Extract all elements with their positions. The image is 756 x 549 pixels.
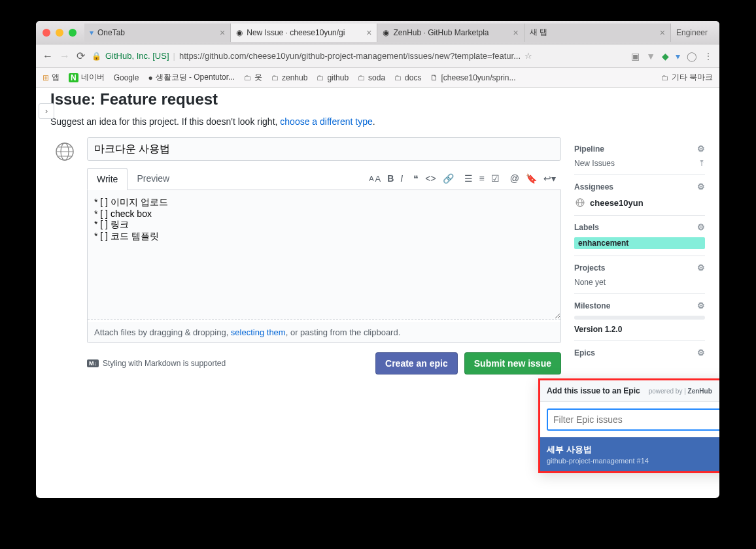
pipeline-value: New Issues: [574, 159, 615, 168]
epic-item-subtitle: github-project-management #14: [547, 457, 719, 465]
bookmark-link[interactable]: 🗋[cheese10yun/sprin...: [430, 73, 515, 82]
mention-icon[interactable]: @: [510, 173, 519, 184]
epic-list-item[interactable]: 세부 사용법 github-project-management #14: [540, 437, 719, 471]
gear-icon[interactable]: ⚙: [697, 348, 705, 358]
projects-value: None yet: [574, 278, 705, 287]
choose-type-link[interactable]: choose a different type: [280, 116, 372, 127]
gear-icon[interactable]: ⚙: [697, 182, 705, 191]
gear-icon[interactable]: ⚙: [697, 144, 705, 154]
browser-profile[interactable]: Engineer: [671, 28, 713, 37]
assignees-title[interactable]: Assignees: [574, 182, 613, 191]
select-files-link[interactable]: selecting them: [231, 327, 286, 337]
other-bookmarks[interactable]: 🗀기타 북마크: [661, 72, 713, 83]
epic-powered-by: powered by | ZenHub: [649, 388, 712, 395]
code-icon[interactable]: <>: [425, 173, 436, 184]
minimize-window-button[interactable]: [56, 29, 63, 37]
toggle-sidebar-button[interactable]: ›: [39, 103, 54, 119]
page-subtitle: Suggest an idea for this project. If thi…: [50, 116, 705, 127]
bold-icon[interactable]: B: [387, 173, 394, 184]
github-icon: ◉: [383, 28, 389, 37]
close-tab-icon[interactable]: ×: [513, 27, 519, 38]
editor-toolbar: AA B I ❝ <> 🔗 ☰ ≡: [179, 173, 561, 184]
issue-body-textarea[interactable]: * [ ] 이미지 업로드 * [ ] check box * [ ] 링크 *…: [88, 190, 560, 320]
user-avatar: [50, 137, 79, 166]
bookmark-folder[interactable]: 🗀soda: [358, 73, 385, 82]
epic-filter-input[interactable]: [547, 408, 719, 431]
pipeline-move-icon[interactable]: ⤒: [698, 159, 705, 168]
close-tab-icon[interactable]: ×: [366, 27, 371, 38]
link-icon[interactable]: 🔗: [443, 173, 454, 184]
gear-icon[interactable]: ⚙: [697, 301, 705, 310]
bookmark-star-icon[interactable]: ☆: [524, 51, 532, 61]
apps-bookmark[interactable]: ⊞앱: [43, 72, 60, 83]
close-tab-icon[interactable]: ×: [220, 27, 225, 38]
attach-hint: Attach files by dragging & dropping, sel…: [88, 322, 560, 342]
labels-title[interactable]: Labels: [574, 223, 599, 232]
write-tab[interactable]: Write: [87, 168, 128, 190]
reference-icon[interactable]: 🔖: [526, 173, 537, 184]
assignee-item[interactable]: cheese10yun: [574, 197, 705, 208]
label-badge[interactable]: enhancement: [574, 237, 705, 249]
browser-tab[interactable]: 새 탭 ×: [524, 24, 671, 42]
extension-icon[interactable]: ▾: [676, 51, 680, 61]
extension-icon[interactable]: ▼: [646, 51, 655, 61]
pipeline-title[interactable]: Pipeline: [574, 144, 604, 154]
address-box[interactable]: 🔒 GitHub, Inc. [US] | https://github.com…: [92, 51, 625, 61]
create-epic-button[interactable]: Create an epic: [375, 352, 458, 374]
url-text: https://github.com/cheese10yun/github-pr…: [179, 51, 521, 61]
bookmark-folder[interactable]: 🗀zenhub: [271, 73, 307, 82]
close-tab-icon[interactable]: ×: [660, 27, 665, 38]
gear-icon[interactable]: ⚙: [697, 263, 705, 273]
secure-badge: GitHub, Inc. [US]: [105, 51, 169, 61]
bookmarks-bar: ⊞앱 N네이버 Google ●생활코딩 - Opentutor... 🗀옷 🗀…: [36, 68, 719, 88]
avatar-icon: [574, 197, 586, 208]
ul-icon[interactable]: ☰: [464, 173, 473, 184]
submit-issue-button[interactable]: Submit new issue: [464, 352, 561, 374]
bookmark-folder[interactable]: 🗀docs: [394, 73, 421, 82]
menu-icon[interactable]: ⋮: [704, 51, 713, 61]
markdown-icon: M↓: [87, 359, 99, 367]
bookmark-link[interactable]: N네이버: [69, 72, 105, 83]
milestone-value[interactable]: Version 1.2.0: [574, 325, 705, 334]
window-titlebar: ▾ OneTab × ◉ New Issue · cheese10yun/gi …: [36, 21, 719, 44]
extension-icon[interactable]: ▣: [631, 51, 640, 61]
reply-icon[interactable]: ↩▾: [543, 173, 556, 184]
quote-icon[interactable]: ❝: [413, 173, 419, 184]
ol-icon[interactable]: ≡: [479, 173, 485, 184]
milestone-title[interactable]: Milestone: [574, 301, 610, 310]
reload-button[interactable]: ⟳: [77, 50, 85, 62]
page-title: Issue: Feature request: [50, 90, 705, 108]
preview-tab[interactable]: Preview: [128, 168, 179, 190]
browser-tab[interactable]: ▾ OneTab ×: [84, 24, 231, 42]
url-bar: ← → ⟳ 🔒 GitHub, Inc. [US] | https://gith…: [36, 44, 719, 68]
tab-title: OneTab: [97, 28, 216, 37]
maximize-window-button[interactable]: [69, 29, 77, 37]
tab-title: 새 탭: [530, 27, 656, 38]
gear-icon[interactable]: ⚙: [697, 222, 705, 232]
bookmark-link[interactable]: Google: [114, 73, 139, 82]
bookmark-folder[interactable]: 🗀옷: [244, 72, 262, 83]
milestone-progress: [574, 316, 705, 320]
onetab-icon: ▾: [90, 28, 94, 37]
extension-icon[interactable]: ◯: [687, 51, 697, 61]
epic-item-title: 세부 사용법: [547, 444, 719, 456]
italic-icon[interactable]: I: [400, 173, 403, 184]
forward-button[interactable]: →: [60, 50, 70, 62]
back-button[interactable]: ←: [43, 50, 53, 62]
epics-title[interactable]: Epics: [574, 348, 595, 358]
browser-tab[interactable]: ◉ ZenHub · GitHub Marketpla ×: [377, 24, 524, 42]
heading-icon[interactable]: A: [375, 174, 381, 184]
issue-title-input[interactable]: [87, 137, 561, 161]
projects-title[interactable]: Projects: [574, 263, 605, 273]
heading-icon[interactable]: A: [369, 175, 373, 182]
extension-icon[interactable]: ◆: [662, 51, 669, 61]
browser-tab[interactable]: ◉ New Issue · cheese10yun/gi ×: [231, 24, 377, 42]
lock-icon: 🔒: [92, 52, 101, 61]
markdown-info[interactable]: M↓ Styling with Markdown is supported: [87, 359, 226, 368]
epic-popup-title: Add this issue to an Epic: [547, 386, 640, 395]
tab-title: New Issue · cheese10yun/gi: [247, 28, 362, 37]
task-icon[interactable]: ☑: [491, 173, 500, 184]
bookmark-folder[interactable]: 🗀github: [317, 73, 349, 82]
close-window-button[interactable]: [43, 29, 50, 37]
bookmark-link[interactable]: ●생활코딩 - Opentutor...: [148, 72, 235, 83]
